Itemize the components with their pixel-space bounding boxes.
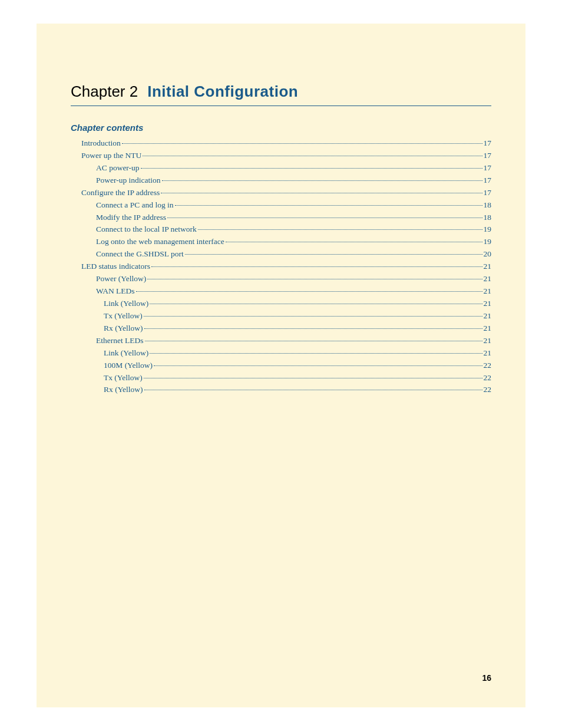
toc-entry-label: LED status indicators <box>81 261 150 273</box>
toc-entry[interactable]: Log onto the web management interface 19 <box>81 236 491 248</box>
toc-entry-label: WAN LEDs <box>96 285 135 298</box>
toc-leader-dots <box>147 279 482 279</box>
toc-leader-dots <box>198 229 482 230</box>
toc-entry-page: 17 <box>484 150 492 162</box>
chapter-title: Initial Configuration <box>147 83 298 100</box>
chapter-number: Chapter 2 <box>71 83 138 100</box>
toc-entry[interactable]: Power (Yellow) 21 <box>81 273 491 285</box>
toc-leader-dots <box>150 353 482 354</box>
toc-entry-label: Rx (Yellow) <box>104 384 143 396</box>
toc-entry-label: Introduction <box>81 137 121 150</box>
toc-entry[interactable]: Tx (Yellow) 21 <box>81 310 491 322</box>
toc-entry-page: 18 <box>484 199 492 212</box>
toc-entry[interactable]: Rx (Yellow) 21 <box>81 322 491 335</box>
toc-leader-dots <box>144 328 482 329</box>
toc-entry-page: 18 <box>484 212 492 224</box>
toc-list: Introduction17Power up the NTU 17AC powe… <box>81 137 491 396</box>
toc-entry-page: 21 <box>484 335 492 347</box>
toc-entry[interactable]: Power-up indication 17 <box>81 174 491 187</box>
toc-entry-page: 22 <box>484 372 492 384</box>
toc-entry-label: Tx (Yellow) <box>104 310 143 322</box>
toc-entry-label: Power-up indication <box>96 174 161 187</box>
toc-entry[interactable]: Configure the IP address17 <box>81 187 491 199</box>
toc-leader-dots <box>144 390 482 390</box>
chapter-header: Chapter 2 Initial Configuration <box>71 83 491 106</box>
toc-entry-label: Power (Yellow) <box>96 273 146 285</box>
toc-entry-label: Connect a PC and log in <box>96 199 174 212</box>
toc-entry-page: 17 <box>484 174 492 187</box>
toc-leader-dots <box>136 291 482 292</box>
toc-leader-dots <box>185 254 482 255</box>
page-number: 16 <box>482 673 491 683</box>
toc-leader-dots <box>161 193 482 193</box>
toc-leader-dots <box>162 180 482 181</box>
toc-entry-label: Ethernet LEDs <box>96 335 144 347</box>
toc-entry-label: Rx (Yellow) <box>104 322 143 335</box>
toc-entry[interactable]: 100M (Yellow) 22 <box>81 360 491 372</box>
toc-entry[interactable]: AC power-up 17 <box>81 162 491 174</box>
toc-entry-page: 21 <box>484 310 492 322</box>
toc-entry-label: Connect to the local IP network <box>96 223 197 236</box>
toc-entry-label: Power up the NTU <box>81 150 141 162</box>
toc-entry[interactable]: Ethernet LEDs 21 <box>81 335 491 347</box>
toc-entry-label: Link (Yellow) <box>104 347 148 360</box>
toc-entry[interactable]: Connect a PC and log in 18 <box>81 199 491 212</box>
toc-entry-label: Link (Yellow) <box>104 298 148 310</box>
toc-entry-page: 19 <box>484 236 492 248</box>
toc-entry[interactable]: Introduction17 <box>81 137 491 150</box>
toc-entry-page: 17 <box>484 162 492 174</box>
toc-entry-page: 17 <box>484 187 492 199</box>
toc-entry[interactable]: LED status indicators 21 <box>81 261 491 273</box>
toc-entry-label: Configure the IP address <box>81 187 160 199</box>
toc-leader-dots <box>151 266 482 267</box>
toc-entry[interactable]: Link (Yellow) 21 <box>81 298 491 310</box>
toc-entry[interactable]: Connect to the local IP network 19 <box>81 223 491 236</box>
toc-leader-dots <box>175 205 482 206</box>
toc-leader-dots <box>122 143 482 144</box>
document-page: Chapter 2 Initial Configuration Chapter … <box>37 24 525 707</box>
toc-entry-label: Tx (Yellow) <box>104 372 143 384</box>
toc-entry-label: Log onto the web management interface <box>96 236 224 248</box>
toc-leader-dots <box>167 218 482 218</box>
toc-entry-label: Connect the G.SHDSL port <box>96 248 184 261</box>
toc-entry[interactable]: Power up the NTU 17 <box>81 150 491 162</box>
section-heading: Chapter contents <box>71 123 491 133</box>
toc-entry-page: 22 <box>484 360 492 372</box>
toc-entry-page: 21 <box>484 347 492 360</box>
toc-entry-page: 22 <box>484 384 492 396</box>
toc-entry-page: 21 <box>484 322 492 335</box>
toc-entry[interactable]: Connect the G.SHDSL port 20 <box>81 248 491 261</box>
toc-leader-dots <box>141 168 482 169</box>
toc-entry-page: 17 <box>484 137 492 150</box>
toc-leader-dots <box>143 156 482 156</box>
toc-leader-dots <box>226 242 482 242</box>
toc-entry[interactable]: Rx (Yellow) 22 <box>81 384 491 396</box>
toc-entry-page: 21 <box>484 285 492 298</box>
toc-entry-page: 21 <box>484 273 492 285</box>
toc-entry-label: AC power-up <box>96 162 140 174</box>
toc-entry[interactable]: Link (Yellow) 21 <box>81 347 491 360</box>
toc-leader-dots <box>154 365 482 366</box>
toc-leader-dots <box>144 378 482 378</box>
toc-entry-page: 19 <box>484 223 492 236</box>
toc-entry[interactable]: Modify the IP address 18 <box>81 212 491 224</box>
toc-entry-label: 100M (Yellow) <box>104 360 153 372</box>
toc-entry-label: Modify the IP address <box>96 212 166 224</box>
toc-leader-dots <box>144 316 482 317</box>
toc-entry-page: 20 <box>484 248 492 261</box>
toc-leader-dots <box>145 341 482 341</box>
toc-entry-page: 21 <box>484 261 492 273</box>
toc-entry[interactable]: WAN LEDs 21 <box>81 285 491 298</box>
toc-leader-dots <box>150 304 482 304</box>
toc-entry-page: 21 <box>484 298 492 310</box>
toc-entry[interactable]: Tx (Yellow) 22 <box>81 372 491 384</box>
